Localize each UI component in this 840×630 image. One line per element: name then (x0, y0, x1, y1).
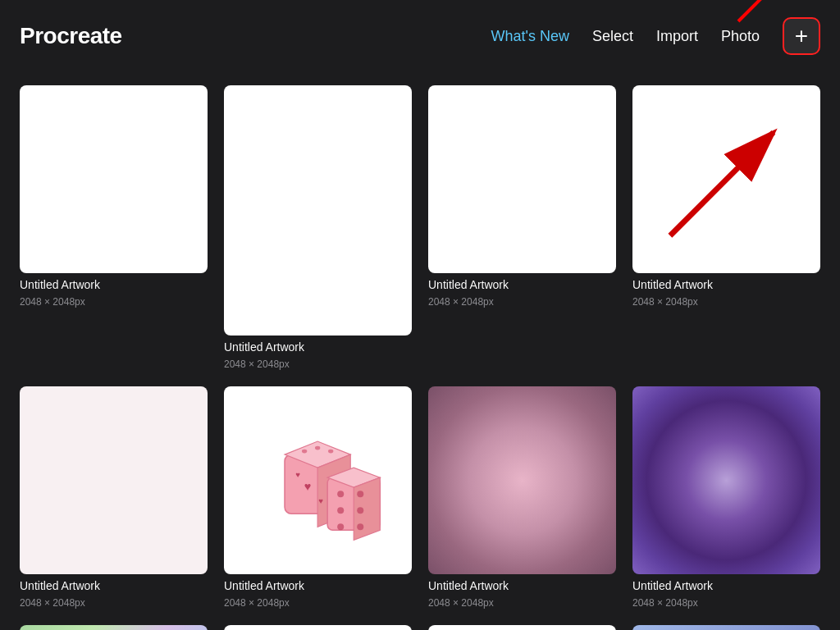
artwork-item[interactable]: Untitled Artwork 2048 × 2048px (428, 625, 616, 630)
thumb-white-portrait (224, 85, 412, 336)
artwork-dims: 2048 × 2048px (224, 358, 412, 370)
svg-point-17 (358, 491, 364, 497)
artwork-title: Untitled Artwork (20, 579, 208, 592)
artwork-thumbnail[interactable] (632, 386, 820, 574)
photo-button[interactable]: Photo (721, 28, 760, 45)
new-button-wrapper: + (783, 17, 820, 55)
artwork-dims: 2048 × 2048px (20, 296, 208, 308)
svg-point-16 (338, 491, 345, 497)
artwork-dims: 2048 × 2048px (224, 597, 412, 609)
artwork-thumbnail[interactable] (20, 85, 208, 273)
app-header: Procreate What's New Select Import Photo… (0, 0, 840, 72)
artwork-title: Untitled Artwork (428, 579, 616, 592)
artwork-item[interactable]: Untitled Artwork 2048 × 2048px (632, 85, 820, 370)
svg-point-18 (338, 507, 345, 514)
artwork-item[interactable]: Untitled Artwork 2048 × 2048px (428, 85, 616, 370)
artwork-item[interactable]: Untitled Artwork 2048 × 2048px (20, 85, 208, 370)
select-button[interactable]: Select (592, 28, 633, 45)
artwork-item[interactable]: Untitled Artwork 2048 × 2048px (224, 625, 412, 630)
artwork-dims: 2048 × 2048px (632, 296, 820, 308)
artwork-thumbnail[interactable] (632, 625, 820, 630)
svg-text:♥: ♥ (304, 480, 312, 493)
svg-text:♥: ♥ (319, 496, 324, 505)
svg-text:♥: ♥ (296, 470, 301, 479)
artwork-thumbnail[interactable] (224, 625, 412, 630)
import-button[interactable]: Import (656, 28, 698, 45)
artwork-thumbnail[interactable] (428, 625, 616, 630)
svg-point-19 (358, 507, 364, 514)
artwork-item[interactable]: Untitled Artwork 2048 × 2048px (632, 625, 820, 630)
svg-line-1 (738, 0, 794, 21)
thumb-holographic (20, 625, 208, 630)
artwork-title: Untitled Artwork (20, 278, 208, 291)
dice-drawing: ♥ ♥ ♥ (252, 415, 383, 546)
thumb-white (428, 85, 616, 273)
artwork-thumbnail[interactable] (428, 85, 616, 273)
svg-point-12 (328, 449, 333, 453)
gallery-grid: Untitled Artwork 2048 × 2048px Untitled … (0, 72, 840, 630)
artwork-item[interactable]: Untitled Artwork 2048 × 2048px (632, 386, 820, 609)
artwork-item[interactable]: ♥ ♥ ♥ (224, 386, 412, 609)
artwork-thumbnail[interactable]: ♥ ♥ ♥ (224, 386, 412, 574)
artwork-dims: 2048 × 2048px (20, 597, 208, 609)
thumb-blue-feather (632, 625, 820, 630)
artwork-dims: 2048 × 2048px (632, 597, 820, 609)
artwork-thumbnail[interactable] (20, 386, 208, 574)
svg-line-3 (670, 132, 774, 235)
thumb-spiral (224, 625, 412, 630)
svg-point-11 (315, 445, 320, 450)
thumb-white-plain (428, 625, 616, 630)
artwork-item[interactable]: Untitled Artwork 2048 × 2048px (224, 85, 412, 370)
thumb-arrow-drawing (651, 104, 801, 254)
artwork-thumbnail[interactable] (632, 85, 820, 273)
svg-point-10 (302, 449, 307, 453)
artwork-title: Untitled Artwork (632, 278, 820, 291)
thumb-light-pink (20, 386, 208, 574)
artwork-thumbnail[interactable] (20, 625, 208, 630)
artwork-item[interactable]: Untitled Artwork 2048 × 2048px (20, 386, 208, 609)
thumb-arrow-canvas (632, 85, 820, 273)
app-title: Procreate (20, 23, 122, 49)
artwork-title: Untitled Artwork (224, 579, 412, 592)
artwork-title: Untitled Artwork (632, 579, 820, 592)
artwork-dims: 2048 × 2048px (428, 296, 616, 308)
artwork-title: Untitled Artwork (224, 340, 412, 354)
svg-point-21 (358, 523, 364, 530)
artwork-thumbnail[interactable] (224, 85, 412, 336)
nav-actions: What's New Select Import Photo + (491, 17, 820, 55)
artwork-thumbnail[interactable] (428, 386, 616, 574)
arrow-annotation (730, 0, 812, 30)
whats-new-link[interactable]: What's New (491, 28, 568, 45)
thumb-blurry-pink (428, 386, 616, 574)
thumb-purple-texture (632, 386, 820, 574)
artwork-title: Untitled Artwork (428, 278, 616, 291)
artwork-item[interactable]: Untitled Artwork 2048 × 2048px (20, 625, 208, 630)
thumb-white (20, 85, 208, 273)
svg-point-20 (338, 523, 345, 530)
artwork-dims: 2048 × 2048px (428, 597, 616, 609)
artwork-item[interactable]: Untitled Artwork 2048 × 2048px (428, 386, 616, 609)
thumb-dice: ♥ ♥ ♥ (224, 386, 412, 574)
